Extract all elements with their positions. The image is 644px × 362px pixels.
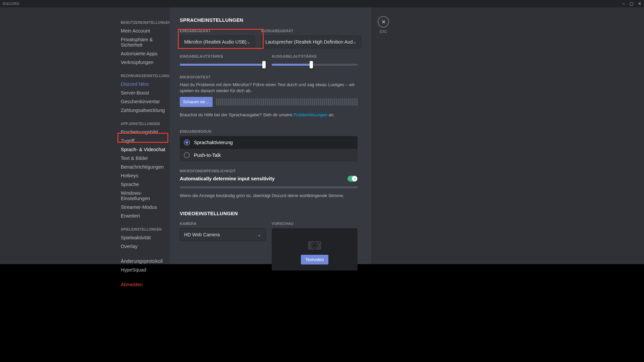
- mictest-label: MIKROFONTEST: [180, 75, 358, 79]
- mictest-button[interactable]: Schauen wir…: [180, 97, 213, 107]
- svg-rect-3: [319, 242, 320, 243]
- sidebar-item[interactable]: Zahlungsabwicklung: [120, 106, 170, 115]
- mictest-meter: [216, 98, 358, 106]
- sidebar-item[interactable]: Streamer-Modus: [120, 203, 170, 212]
- output-volume-slider[interactable]: [272, 61, 358, 68]
- sidebar-header: SPIELEINSTELLUNGEN: [121, 228, 170, 231]
- sidebar-item[interactable]: Text & Bilder: [120, 154, 170, 163]
- camera-select[interactable]: HD Web Camera ⌄: [180, 228, 266, 241]
- auto-sensitivity-label: Automatically determine input sensitivit…: [180, 176, 275, 181]
- sidebar-item[interactable]: Windows-Einstellungen: [120, 189, 170, 203]
- sidebar-item[interactable]: Autorisierte Apps: [120, 49, 170, 58]
- voice-help-text: Brauchst du Hilfe bei der Sprachausgabe?…: [180, 112, 358, 117]
- sidebar-header: APP-EINSTELLUNGEN: [121, 122, 170, 126]
- window-maximize-icon[interactable]: ▢: [630, 1, 633, 6]
- output-volume-label: AUSGABELAUTSTÄRKE: [272, 54, 358, 58]
- svg-point-2: [313, 244, 316, 247]
- input-volume-slider[interactable]: [180, 61, 266, 68]
- video-preview: Testvideo: [272, 228, 358, 270]
- window-titlebar: DISCORD ─ ▢ ✕: [0, 0, 644, 7]
- video-section-title: VIDEOEINSTELLUNGEN: [180, 211, 358, 216]
- sidebar-item[interactable]: Änderungsprotokoll: [120, 257, 170, 265]
- window-minimize-icon[interactable]: ─: [622, 1, 625, 6]
- chevron-down-icon: ⌄: [247, 39, 251, 45]
- sidebar-item[interactable]: Geschenkinventar: [120, 97, 170, 106]
- chevron-down-icon: ⌄: [353, 39, 357, 45]
- sidebar-item[interactable]: Privatsphäre & Sicherheit: [120, 35, 170, 49]
- sidebar-item[interactable]: Discord Nitro: [120, 80, 170, 88]
- close-settings-button[interactable]: ✕: [378, 16, 389, 27]
- camera-icon: [303, 235, 326, 251]
- troubleshoot-link[interactable]: Problemlösungen: [293, 112, 327, 117]
- radio-voice-activity[interactable]: Sprachaktivierung: [180, 136, 358, 149]
- left-gutter: [0, 7, 117, 264]
- input-device-label: EINGABEGERÄT: [180, 29, 255, 33]
- sidebar-item[interactable]: Verknüpfungen: [120, 58, 170, 67]
- radio-selected-icon: [184, 139, 190, 145]
- input-volume-label: EINGABELAUTSTÄRKE: [180, 54, 266, 58]
- output-device-select[interactable]: Lautsprecher (Realtek High Definition Au…: [261, 36, 361, 48]
- sidebar-item[interactable]: Erweitert: [120, 212, 170, 220]
- mictest-description: Hast du Probleme mit dem Mikrofon? Führe…: [180, 82, 358, 94]
- settings-content: ✕ ESC SPRACHEINSTELLUNGEN EINGABEGERÄT M…: [170, 7, 371, 264]
- preview-label: VORSCHAU: [272, 222, 358, 226]
- test-video-button[interactable]: Testvideo: [301, 255, 329, 264]
- sidebar-header: RECHNUNGSEINSTELLUNGEN: [121, 74, 170, 78]
- radio-unselected-icon: [184, 152, 190, 158]
- radio-push-to-talk[interactable]: Push-to-Talk: [180, 149, 358, 162]
- settings-sidebar: BENUTZEREINSTELLUNGENMein AccountPrivats…: [117, 7, 170, 264]
- sidebar-item[interactable]: Server-Boost: [120, 88, 170, 97]
- sidebar-item[interactable]: Overlay: [120, 242, 170, 251]
- app-brand: DISCORD: [3, 2, 19, 6]
- output-device-label: AUSGABEGERÄT: [261, 29, 361, 33]
- sidebar-item[interactable]: Benachrichtigungen: [120, 163, 170, 171]
- sidebar-item[interactable]: Erscheinungsbild: [120, 128, 170, 136]
- sidebar-item[interactable]: Abmelden: [120, 280, 170, 289]
- sensitivity-label: MIKROFONEMPFINDLICHKEIT: [180, 169, 358, 173]
- sidebar-item[interactable]: Mein Account: [120, 26, 170, 35]
- chevron-down-icon: ⌄: [257, 232, 261, 237]
- inputmode-label: EINGABEMODUS: [180, 129, 358, 133]
- output-device-value: Lautsprecher (Realtek High Definition Au…: [265, 39, 353, 45]
- sidebar-header: BENUTZEREINSTELLUNGEN: [121, 21, 170, 24]
- input-device-select[interactable]: Mikrofon (Realtek Audio USB) ⌄: [180, 36, 255, 48]
- sidebar-item[interactable]: Zugriff: [120, 136, 170, 145]
- sidebar-item[interactable]: Hotkeys: [120, 171, 170, 180]
- sidebar-item[interactable]: HypeSquad: [120, 265, 170, 274]
- sensitivity-help: Wenn die Anzeige beständig grün ist, übe…: [180, 193, 358, 198]
- camera-label: KAMERA: [180, 222, 266, 226]
- sidebar-item[interactable]: Spieleaktivität: [120, 233, 170, 242]
- black-letterbox: [0, 264, 644, 362]
- auto-sensitivity-toggle[interactable]: ✓: [347, 176, 358, 182]
- window-close-icon[interactable]: ✕: [638, 1, 641, 6]
- input-device-value: Mikrofon (Realtek Audio USB): [184, 39, 247, 45]
- close-esc-label: ESC: [380, 29, 387, 34]
- camera-value: HD Web Camera: [184, 232, 220, 237]
- sidebar-item[interactable]: Sprache: [120, 180, 170, 189]
- page-title: SPRACHEINSTELLUNGEN: [180, 17, 358, 23]
- sidebar-item[interactable]: Sprach- & Videochat: [120, 145, 170, 154]
- sensitivity-bar: [180, 186, 358, 188]
